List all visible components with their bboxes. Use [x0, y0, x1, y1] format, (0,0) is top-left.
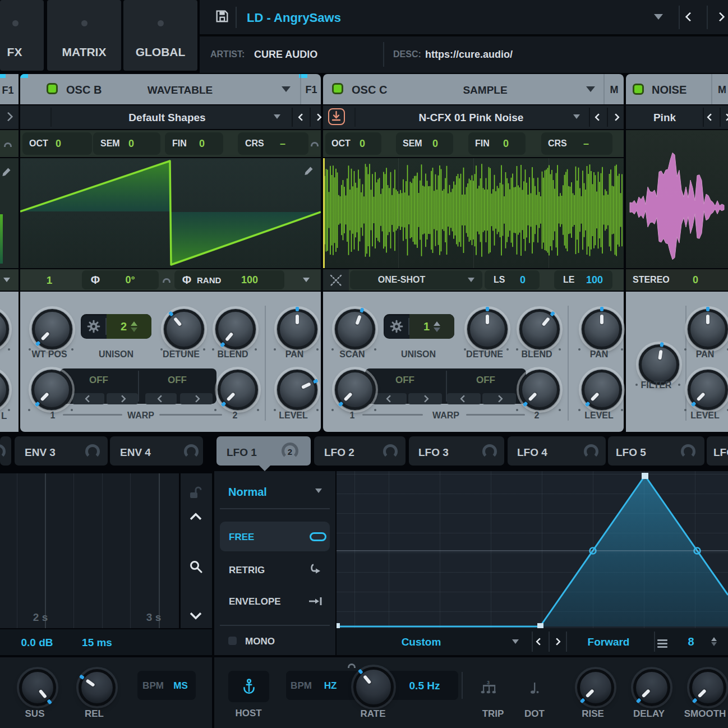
osc-c-sem-field[interactable]: SEM 0 [396, 132, 453, 155]
rate-bpm-toggle[interactable]: BPM [291, 681, 312, 690]
bounce-mode-button[interactable] [323, 269, 349, 291]
osc-c-loop-end-field[interactable]: LE 100 [554, 270, 612, 289]
preset-next-button[interactable] [717, 13, 724, 22]
osc-b-mode-select[interactable]: WAVETABLE [148, 85, 213, 95]
osc-c-warp1-knob[interactable] [335, 370, 375, 410]
tab-fx[interactable]: FX [0, 0, 44, 71]
tab-lfo3[interactable]: LFO 3 [409, 436, 504, 466]
rate-hz-toggle[interactable]: HZ [324, 681, 337, 690]
tab-env4[interactable]: ENV 4 [110, 436, 203, 466]
collapse-icon[interactable] [3, 278, 10, 282]
noise-power-led[interactable] [633, 84, 644, 95]
artist-value[interactable]: CURE AUDIO [254, 49, 317, 59]
release-knob[interactable] [79, 669, 116, 706]
lfo-shape-select[interactable]: Custom [402, 637, 441, 647]
prev-sample-button[interactable] [596, 113, 601, 122]
osc-c-oct-field[interactable]: OCT 0 [325, 132, 381, 155]
pencil-icon[interactable] [1, 166, 12, 177]
host-sync-button[interactable] [228, 671, 269, 702]
osc-b-warp1-next[interactable] [107, 393, 138, 404]
chevron-down-icon[interactable] [512, 639, 519, 644]
preset-prev-button[interactable] [686, 13, 693, 22]
mono-checkbox[interactable] [228, 637, 237, 645]
rise-knob[interactable] [577, 669, 614, 706]
osc-b-fin-field[interactable]: FIN 0 [165, 132, 223, 155]
osc-b-warp2-mode[interactable]: OFF [168, 375, 187, 385]
osc-c-loop-start-field[interactable]: LS 0 [485, 270, 540, 289]
noise-pan-knob[interactable] [688, 309, 728, 349]
osc-c-playmode-select[interactable]: ONE-SHOT [350, 270, 482, 289]
osc-b-warp1-prev[interactable] [72, 393, 104, 404]
mod-tab-partial[interactable] [0, 436, 11, 466]
osc-b-level-knob[interactable] [277, 370, 317, 410]
osc-b-phase-rand-field[interactable]: Φ RAND 100 [174, 270, 284, 289]
tab-lfo4[interactable]: LFO 4 [508, 436, 606, 466]
osc-b-unison-control[interactable]: 2 [81, 314, 151, 339]
magnifier-icon[interactable] [188, 559, 204, 574]
osc-b-waveform-display[interactable] [20, 158, 321, 268]
tab-lfo1-active[interactable]: LFO 1 2 [216, 436, 311, 466]
osc-c-crs-field[interactable]: CRS – [541, 132, 612, 155]
osc-c-power-led[interactable] [332, 83, 343, 94]
tab-lfo5[interactable]: LFO 5 [608, 436, 704, 466]
lfo-trigger-retrig[interactable]: RETRIG [220, 555, 330, 583]
osc-b-warp2-next[interactable] [180, 393, 213, 404]
smooth-knob[interactable] [689, 669, 726, 706]
dotted-note-icon[interactable] [528, 680, 540, 696]
osc-c-pan-knob[interactable] [582, 309, 622, 349]
osc-b-frame-value[interactable]: 1 [47, 275, 53, 285]
noise-filter-knob[interactable] [639, 344, 679, 385]
osc-c-level-knob[interactable] [582, 370, 622, 410]
noise-type-name[interactable]: Pink [653, 112, 676, 123]
spread-icon[interactable] [163, 275, 171, 284]
stereo-value[interactable]: 0 [693, 275, 698, 285]
osc-b-wavetable-name[interactable]: Default Shapes [128, 112, 205, 123]
pencil-icon[interactable] [303, 165, 315, 176]
osc-c-warp2-prev[interactable] [447, 393, 481, 404]
osc-c-sample-name[interactable]: N-CFX 01 Pink Noise [419, 112, 524, 123]
osc-c-waveform-display[interactable] [323, 158, 624, 268]
next-wavetable-button[interactable] [315, 113, 321, 122]
osc-c-fin-field[interactable]: FIN 0 [468, 132, 526, 155]
osc-b-f1-button[interactable]: F1 [305, 85, 317, 95]
bpm-ms-toggle[interactable]: BPM MS [137, 671, 196, 700]
lfo-trigger-envelope[interactable]: ENVELOPE [220, 587, 330, 615]
preset-dropdown-icon[interactable] [654, 14, 663, 20]
next-shape-button[interactable] [554, 637, 560, 646]
save-icon[interactable] [214, 8, 230, 24]
triplet-icon[interactable]: 3 [480, 680, 500, 697]
chevron-down-icon[interactable] [282, 86, 291, 92]
osc-a-f1-label[interactable]: F1 [2, 85, 13, 95]
osc-b-warp1-knob[interactable] [31, 370, 72, 410]
osc-a-knob-partial[interactable] [0, 309, 9, 349]
osc-b-unison-voices[interactable]: 2 [107, 314, 151, 339]
spread-icon[interactable] [311, 139, 319, 148]
tab-global[interactable]: GLOBAL [123, 0, 197, 71]
tab-matrix[interactable]: MATRIX [47, 0, 121, 71]
rate-value[interactable]: 0.5 Hz [409, 680, 440, 691]
chevron-down-icon[interactable] [192, 610, 200, 620]
env-sustain-db-value[interactable]: 0.0 dB [21, 637, 53, 648]
osc-c-unison-control[interactable]: 1 [384, 314, 454, 339]
stepper[interactable] [434, 321, 440, 332]
collapse-icon[interactable] [303, 278, 310, 282]
tab-env3[interactable]: ENV 3 [15, 436, 108, 466]
osc-c-scan-knob[interactable] [335, 309, 375, 349]
osc-b-pan-knob[interactable] [277, 309, 317, 349]
lfo-mode-select[interactable]: Normal [228, 486, 267, 497]
osc-c-unison-voices[interactable]: 1 [409, 314, 454, 339]
lfo-grid-value[interactable]: 8 [688, 636, 694, 647]
delay-knob[interactable] [633, 669, 670, 706]
sustain-knob[interactable] [19, 669, 56, 706]
osc-b-power-led[interactable] [47, 83, 58, 94]
lfo-trigger-free[interactable]: FREE [220, 522, 330, 551]
envelope-display[interactable]: 2 s 3 s [0, 473, 179, 628]
next-icon[interactable] [5, 113, 12, 122]
osc-c-detune-knob[interactable] [467, 309, 508, 349]
rate-knob[interactable] [353, 667, 394, 707]
noise-mute-button[interactable]: M [718, 85, 726, 95]
osc-b-oct-field[interactable]: OCT 0 [22, 132, 92, 155]
osc-c-blend-knob[interactable] [519, 309, 560, 349]
grid-stepper[interactable] [711, 637, 717, 646]
env-release-ms-value[interactable]: 15 ms [82, 637, 112, 648]
